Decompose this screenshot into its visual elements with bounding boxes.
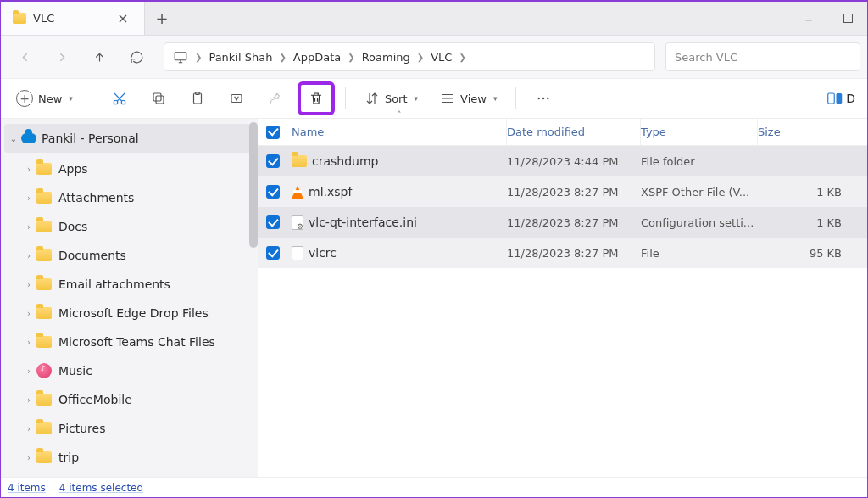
file-size: 1 KB [758, 216, 867, 229]
folder-icon [36, 422, 52, 434]
sidebar-root[interactable]: ⌄ Pankil - Personal [4, 124, 254, 153]
refresh-button[interactable] [120, 42, 153, 72]
back-button[interactable] [8, 42, 42, 72]
chevron-right-icon: › [21, 367, 36, 376]
sidebar-item[interactable]: ›Microsoft Edge Drop Files [4, 299, 254, 327]
up-button[interactable] [82, 42, 116, 72]
sidebar-item-label: Microsoft Edge Drop Files [58, 306, 209, 320]
status-selected: 4 items selected [59, 482, 143, 494]
svg-point-9 [538, 98, 540, 99]
new-button[interactable]: + New ▾ [8, 83, 81, 114]
chevron-right-icon: › [21, 193, 36, 203]
sort-label: Sort [385, 92, 408, 105]
chevron-right-icon: ❯ [415, 53, 426, 62]
tab-current[interactable]: VLC × [1, 2, 145, 35]
column-name[interactable]: ˄Name [288, 119, 507, 145]
maximize-button[interactable] [828, 12, 867, 25]
file-row[interactable]: ml.xspf11/28/2023 8:27 PMXSPF Other File… [258, 176, 867, 207]
sidebar-item[interactable]: ›Attachments [4, 183, 254, 212]
delete-button-highlighted[interactable] [298, 81, 335, 115]
chevron-right-icon: › [21, 251, 36, 260]
cut-button[interactable] [103, 83, 136, 114]
breadcrumb-seg[interactable]: Roaming [357, 48, 415, 67]
svg-rect-1 [175, 53, 186, 60]
sidebar-item-label: Microsoft Teams Chat Files [58, 335, 215, 349]
chevron-right-icon: › [21, 453, 36, 462]
new-tab-button[interactable]: + [145, 2, 179, 35]
rename-button[interactable] [220, 83, 253, 114]
folder-icon [36, 394, 52, 406]
row-checkbox[interactable] [266, 215, 280, 229]
folder-icon [36, 163, 52, 175]
minimize-button[interactable]: – [789, 9, 828, 27]
file-row[interactable]: vlc-qt-interface.ini11/28/2023 8:27 PMCo… [258, 207, 867, 238]
chevron-right-icon: ❯ [193, 53, 203, 62]
sidebar-item[interactable]: ›Music [4, 356, 254, 385]
address-bar[interactable]: ❯ Pankil Shah ❯ AppData ❯ Roaming ❯ VLC … [164, 42, 655, 71]
file-date: 11/28/2023 8:27 PM [507, 186, 641, 199]
navigation-row: ❯ Pankil Shah ❯ AppData ❯ Roaming ❯ VLC … [1, 36, 867, 78]
svg-point-2 [114, 100, 118, 104]
sort-icon [364, 91, 380, 106]
column-headers: ˄Name Date modified Type Size [258, 119, 867, 146]
details-icon [827, 92, 843, 104]
file-list-pane: ˄Name Date modified Type Size crashdump1… [258, 119, 867, 477]
select-all-checkbox[interactable] [266, 126, 280, 139]
file-name: crashdump [312, 154, 378, 168]
more-button[interactable] [526, 83, 560, 114]
row-checkbox[interactable] [266, 246, 280, 260]
svg-point-11 [548, 98, 549, 99]
share-button[interactable] [259, 83, 292, 114]
forward-button[interactable] [45, 42, 79, 72]
search-input[interactable]: Search VLC [665, 42, 860, 71]
breadcrumb-seg[interactable]: AppData [288, 48, 346, 67]
sidebar-item[interactable]: ›Microsoft Teams Chat Files [4, 327, 254, 356]
sidebar-item-label: Pictures [58, 422, 105, 435]
folder-icon [36, 278, 52, 290]
view-button[interactable]: View ▾ [431, 83, 505, 114]
sidebar-item[interactable]: ›OfficeMobile [4, 385, 254, 414]
copy-button[interactable] [142, 83, 175, 114]
svg-rect-12 [828, 93, 835, 104]
row-checkbox[interactable] [266, 185, 280, 199]
details-label: D [846, 92, 855, 105]
status-bar: 4 items 4 items selected [1, 477, 867, 497]
view-label: View [460, 92, 487, 105]
sidebar-item[interactable]: ›Apps [4, 154, 254, 183]
chevron-right-icon: ❯ [277, 53, 287, 62]
scrollbar-thumb[interactable] [249, 122, 258, 248]
sidebar-item-label: OfficeMobile [58, 393, 132, 406]
file-type: File [641, 247, 758, 260]
navigation-sidebar[interactable]: ⌄ Pankil - Personal ›Apps›Attachments›Do… [1, 119, 258, 477]
row-checkbox[interactable] [266, 154, 280, 168]
sidebar-root-label: Pankil - Personal [42, 131, 139, 145]
column-type[interactable]: Type [641, 119, 758, 145]
file-row[interactable]: vlcrc11/28/2023 8:27 PMFile95 KB [258, 238, 867, 268]
file-name: ml.xspf [309, 185, 352, 199]
sidebar-item-label: Attachments [58, 191, 134, 204]
file-date: 11/28/2023 8:27 PM [507, 247, 641, 260]
folder-icon [13, 13, 26, 24]
sort-button[interactable]: Sort ▾ [356, 83, 426, 114]
breadcrumb-seg[interactable]: Pankil Shah [203, 48, 277, 67]
onedrive-icon [21, 133, 36, 143]
sidebar-item[interactable]: ›trip [4, 443, 254, 472]
breadcrumb-seg[interactable]: VLC [426, 48, 457, 67]
column-size[interactable]: Size [758, 119, 867, 145]
sidebar-item[interactable]: ›Pictures [4, 414, 254, 443]
paste-button[interactable] [181, 83, 214, 114]
sidebar-item[interactable]: ›Email attachments [4, 270, 254, 299]
file-row[interactable]: crashdump11/28/2023 4:44 PMFile folder [258, 146, 867, 176]
list-icon [440, 91, 455, 106]
sidebar-item-label: Email attachments [58, 277, 170, 291]
plus-circle-icon: + [16, 90, 33, 107]
svg-point-3 [121, 100, 125, 104]
sidebar-item[interactable]: ›Docs [4, 212, 254, 241]
sidebar-item[interactable]: ›Documents [4, 241, 254, 270]
sidebar-item-label: Documents [58, 249, 126, 262]
details-pane-toggle[interactable]: D [827, 92, 860, 105]
file-date: 11/28/2023 4:44 PM [507, 155, 641, 168]
column-date[interactable]: Date modified [507, 119, 641, 145]
close-tab-icon[interactable]: × [114, 10, 132, 26]
folder-icon [36, 249, 52, 261]
